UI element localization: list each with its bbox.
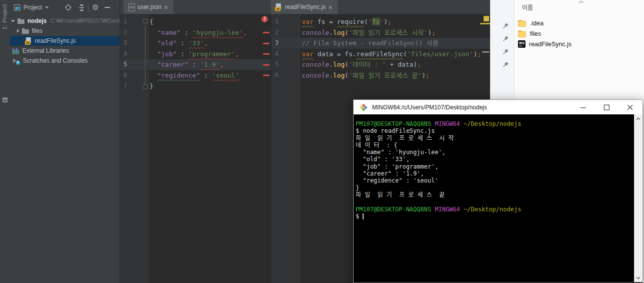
project-panel: Project ⚙ nodejs — [10, 0, 120, 283]
git-bash-icon — [360, 103, 368, 111]
code-line[interactable]: console.log('파일 읽기 프로세스 끝'); — [302, 70, 491, 81]
pin-icon[interactable] — [502, 35, 509, 42]
locate-icon[interactable] — [65, 4, 72, 11]
code-line[interactable]: console.log('데이터 : ' + data); — [302, 59, 491, 70]
code-line[interactable]: console.log('파일 읽기 프로세스 시작'); — [302, 27, 491, 38]
error-stripe-mark[interactable] — [263, 32, 269, 33]
line-number: 1 — [271, 16, 299, 27]
tab-readfilesync-js[interactable]: JS readFileSync.js × — [271, 0, 338, 14]
tree-item-files[interactable]: files — [10, 26, 120, 36]
terminal-line: PM107@DESKTOP-NAQQ8NS MINGW64 ~/Desktop/… — [356, 120, 634, 127]
project-tool-window-icon — [14, 4, 20, 11]
terminal-line: $ node readFileSync.js — [356, 127, 634, 134]
terminal-cursor — [363, 213, 364, 219]
pin-icon[interactable] — [502, 22, 509, 29]
minimize-button[interactable] — [571, 100, 595, 114]
terminal-line: "old" : '33', — [356, 156, 634, 163]
terminal-line: 데 이 터 : { — [356, 142, 634, 149]
code-line[interactable]: // File System - readFileSync() 사용 — [302, 38, 491, 49]
folder-icon — [17, 18, 24, 24]
file-row-readfilesync[interactable]: readFileSync.js — [514, 39, 644, 49]
scroll-down-icon[interactable] — [634, 274, 643, 282]
collapse-all-icon[interactable] — [79, 4, 85, 11]
maximize-button[interactable] — [595, 100, 618, 114]
code-line[interactable]: "name" : 'hyungju-lee', — [149, 27, 271, 38]
file-row-idea[interactable]: .idea — [514, 18, 644, 28]
project-panel-title[interactable]: Project — [23, 4, 42, 11]
code-line[interactable]: } — [149, 81, 271, 92]
code-line[interactable]: var data = fs.readFileSync('files/user.j… — [302, 49, 491, 60]
column-header-name[interactable]: 이름 — [522, 3, 533, 11]
screen: 1: Project Project — [0, 0, 644, 283]
hide-panel-icon[interactable] — [105, 7, 110, 8]
code-line[interactable]: "old" : '33', — [149, 38, 271, 49]
terminal-line: 파 일 읽 기 프 로 세 스 시 작 — [356, 135, 634, 142]
line-number: 2 — [120, 27, 148, 38]
terminal-line: PM107@DESKTOP-NAQQ8NS MINGW64 ~/Desktop/… — [356, 206, 634, 213]
error-stripe-mark[interactable] — [263, 75, 269, 76]
terminal-line: $ — [356, 213, 634, 220]
sort-ascending-icon[interactable] — [579, 0, 584, 3]
error-stripe-mark[interactable] — [263, 53, 269, 55]
terminal-body[interactable]: PM107@DESKTOP-NAQQ8NS MINGW64 ~/Desktop/… — [354, 114, 643, 282]
chevron-down-icon[interactable] — [45, 6, 49, 8]
error-stripe-mark[interactable] — [263, 43, 269, 44]
inspection-indicator-icon[interactable] — [484, 16, 489, 21]
editor-pane-user-json[interactable]: 1234567 { "name" : 'hyungju-lee', "old" … — [120, 14, 271, 283]
code-line[interactable]: var fs = require('fs'); — [302, 16, 491, 27]
scroll-up-icon[interactable] — [634, 114, 643, 123]
tab-user-json[interactable]: user.json × — [124, 0, 173, 14]
project-tree: nodejs C:₩Users₩PM107₩Desk files JS read… — [10, 16, 120, 66]
terminal-window: MINGW64:/c/Users/PM107/Desktop/nodejs PM… — [353, 99, 643, 283]
collapsed-arrow-icon[interactable] — [17, 29, 19, 33]
terminal-line: "name" : 'hyungju-lee', — [356, 149, 634, 156]
line-number: 5 — [271, 59, 299, 70]
tool-window-stripe-project-button[interactable]: 1: Project — [1, 4, 7, 29]
terminal-line: "regidence" : 'seoul' — [356, 177, 634, 184]
file-list: .idea files readFileSync.js — [514, 18, 644, 49]
code-line[interactable]: { — [149, 16, 271, 27]
close-icon[interactable]: × — [328, 4, 333, 10]
fold-marker-icon[interactable] — [143, 85, 148, 89]
tool-window-mini-icon[interactable] — [2, 97, 7, 102]
library-icon — [12, 48, 19, 54]
terminal-line: 파 일 읽 기 프 로 세 스 끝 — [356, 191, 634, 198]
close-button[interactable] — [618, 100, 642, 114]
warning-stripe-mark[interactable] — [480, 23, 491, 24]
code-user-json[interactable]: { "name" : 'hyungju-lee', "old" : '33', … — [148, 16, 271, 283]
code-line[interactable]: "job" : 'programmer', — [149, 49, 271, 60]
terminal-line — [356, 198, 634, 205]
pin-icon[interactable] — [502, 61, 509, 68]
toolbar-divider — [88, 4, 89, 11]
expanded-arrow-icon[interactable] — [11, 20, 15, 22]
tree-item-nodejs[interactable]: nodejs C:₩Users₩PM107₩Desk — [10, 16, 120, 26]
code-line[interactable]: "career" : '1.9', — [149, 59, 271, 70]
folder-icon — [518, 30, 526, 37]
editor-tab-bar: user.json × JS readFileSync.js × — [120, 0, 491, 14]
terminal-scrollbar[interactable] — [634, 114, 643, 282]
fold-marker-icon[interactable] — [143, 19, 148, 23]
terminal-line: "job" : 'programmer', — [356, 163, 634, 170]
gear-icon[interactable]: ⚙ — [92, 4, 99, 11]
code-line[interactable]: "regidence" : 'seoul' — [149, 70, 271, 81]
file-row-files[interactable]: files — [514, 28, 644, 39]
pin-icon[interactable] — [502, 48, 509, 55]
line-number: 4 — [271, 49, 299, 60]
folder-icon — [22, 28, 29, 34]
tree-item-external-libraries[interactable]: External Libraries — [10, 46, 120, 56]
line-number: 3 — [120, 38, 148, 49]
json-file-icon — [128, 3, 134, 11]
error-indicator-icon[interactable]: ! — [261, 16, 268, 22]
terminal-output[interactable]: PM107@DESKTOP-NAQQ8NS MINGW64 ~/Desktop/… — [356, 120, 634, 282]
line-number: 5 — [120, 59, 148, 70]
terminal-line: "career" : '1.9', — [356, 170, 634, 177]
terminal-line: } — [356, 185, 634, 191]
js-file-icon: JS — [25, 37, 32, 45]
tree-item-readfilesync[interactable]: JS readFileSync.js — [10, 36, 120, 46]
line-number: 6 — [271, 70, 299, 81]
close-icon[interactable]: × — [163, 4, 169, 10]
tree-item-scratches[interactable]: Scratches and Consoles — [10, 56, 120, 66]
js-file-icon: JS — [275, 3, 282, 11]
error-stripe-mark[interactable] — [263, 64, 269, 66]
stripe-mark[interactable] — [482, 51, 489, 53]
